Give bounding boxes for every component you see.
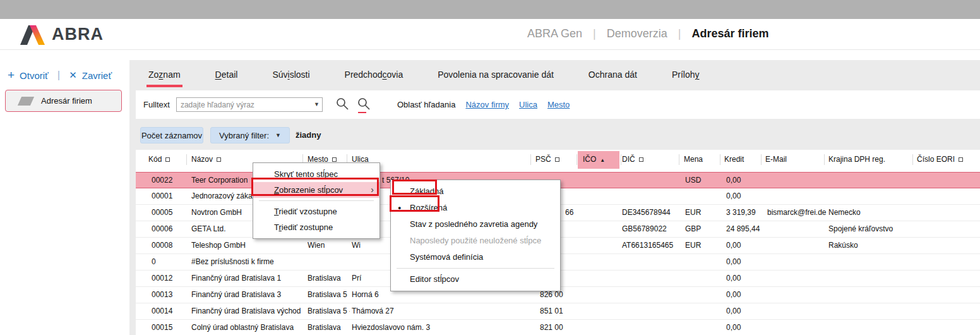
column-header-kod[interactable]: Kód xyxy=(148,150,170,169)
tab-suvislosti[interactable]: Súvislosti xyxy=(270,66,311,87)
cell-nazov: Finančný úrad Bratislava východ xyxy=(191,303,301,319)
cell-ulica: Wi xyxy=(352,238,361,253)
column-checkbox-icon[interactable] xyxy=(165,157,170,162)
tab-bar: ZoznamDetailSúvislostiPredchodcoviaPovol… xyxy=(146,66,702,87)
search-link-ulica[interactable]: Ulica xyxy=(519,100,537,109)
column-divider xyxy=(621,154,621,165)
cell-kredit: 0,00 xyxy=(726,188,741,204)
tab-zoznam[interactable]: Zoznam xyxy=(146,66,182,87)
column-checkbox-icon[interactable] xyxy=(639,157,643,162)
cell-mena: EUR xyxy=(685,205,701,221)
search-area-links: Názov firmyUlicaMesto xyxy=(455,100,570,109)
column-header-krajina-dph-reg[interactable]: Krajina DPH reg. xyxy=(828,150,885,169)
column-header-e-mail[interactable]: E-Mail xyxy=(765,150,787,169)
column-header-mena[interactable]: Mena xyxy=(684,150,703,169)
cell-kod: 00006 xyxy=(152,221,172,237)
agenda-sidebar: + Otvoriť | ✕ Zavrieť Adresár firiem xyxy=(0,51,129,335)
fulltext-band: Fulltext ▼ Oblasť hľadania Názov firmyUl xyxy=(136,90,980,119)
cell-dic: AT6613165465 xyxy=(622,238,673,253)
column-checkbox-icon[interactable] xyxy=(959,157,963,162)
cell-nazov: GETA Ltd. xyxy=(191,221,225,237)
column-divider xyxy=(761,154,762,165)
sort-ascending-icon: ▲ xyxy=(600,157,605,163)
record-count-label: Počet záznamov xyxy=(141,131,202,140)
column-header-psc[interactable]: PSČ xyxy=(535,150,559,169)
menu-separator xyxy=(259,200,374,201)
search-underline-icon xyxy=(357,97,371,111)
cell-kredit: 3 319,39 xyxy=(726,205,756,221)
fulltext-input[interactable] xyxy=(176,97,323,112)
cell-nazov: Novtron GmbH xyxy=(191,205,242,221)
menu-item-editor-stlpcov[interactable]: Editor stĺpcov xyxy=(391,271,560,288)
column-header-kredit[interactable]: Kredit xyxy=(724,150,744,169)
tab-ochrana-dat[interactable]: Ochrana dát xyxy=(587,66,639,87)
search-link-mesto[interactable]: Mesto xyxy=(547,100,570,109)
cell-kod: 0 xyxy=(152,254,156,270)
cell-kredit: 0,00 xyxy=(726,173,741,188)
table-row[interactable]: 00014Finančný úrad Bratislava východBrat… xyxy=(136,303,980,320)
column-header-label: E-Mail xyxy=(765,155,787,164)
fulltext-search-button[interactable] xyxy=(357,97,371,113)
cell-krajina: Nemecko xyxy=(828,205,861,221)
cell-dic: GB56789022 xyxy=(622,221,667,237)
column-header-nazov[interactable]: Názov xyxy=(191,150,221,169)
annotation-box-rozsirena xyxy=(390,195,439,212)
column-checkbox-icon[interactable] xyxy=(217,157,221,162)
abra-logo-icon xyxy=(19,23,48,45)
cell-kod: 00014 xyxy=(152,303,172,319)
sidebar-item-adresar-firiem[interactable]: Adresár firiem xyxy=(5,90,122,112)
menu-item-triedit-vzostupne[interactable]: Triediť vzostupne xyxy=(253,204,379,219)
tab-povolenia-na-spracovanie-dat[interactable]: Povolenia na spracovanie dát xyxy=(436,66,556,87)
cell-nazov: Teer Corporation xyxy=(191,173,248,188)
menu-item-systemova-definicia[interactable]: Systémová definícia xyxy=(391,249,560,265)
plus-icon: + xyxy=(8,68,15,82)
column-divider xyxy=(186,154,187,165)
table-row[interactable]: 00015Colný úrad oblastný BratislavaBrati… xyxy=(136,320,980,335)
title-separator: | xyxy=(678,27,681,40)
menu-item-stav-z-posledneho-zavretia-agendy[interactable]: Stav z posledného zavretia agendy xyxy=(391,216,560,233)
open-agenda-button[interactable]: + Otvoriť xyxy=(8,68,49,82)
selected-filter-dropdown[interactable]: Vybraný filter: ▼ xyxy=(210,127,290,143)
abra-gen-window: ABRA ABRA Gen | Demoverzia | Adresár fir… xyxy=(0,0,980,335)
cell-kredit: 0,00 xyxy=(726,271,741,286)
column-header-dic[interactable]: DIČ xyxy=(622,150,643,169)
cell-kod: 00013 xyxy=(152,287,172,303)
column-header-label: Mena xyxy=(684,155,703,164)
cell-email: bismarck@frei.de xyxy=(767,205,827,221)
fulltext-label: Fulltext xyxy=(143,100,170,109)
cell-ulica: Prí xyxy=(352,271,361,286)
abra-logo: ABRA xyxy=(19,23,104,45)
close-agenda-button[interactable]: ✕ Zavrieť xyxy=(69,70,112,81)
window-title: ABRA Gen | Demoverzia | Adresár firiem xyxy=(527,27,769,40)
tab-prilohy[interactable]: Prílohy xyxy=(670,66,702,87)
column-header-cislo-eori[interactable]: Číslo EORI xyxy=(917,150,963,169)
column-checkbox-icon[interactable] xyxy=(555,157,559,162)
tab-predchodcovia[interactable]: Predchodcovia xyxy=(343,66,405,87)
cell-mesto: Wien xyxy=(308,238,350,253)
record-count-button[interactable]: Počet záznamov xyxy=(140,127,203,143)
app-name: ABRA Gen xyxy=(527,27,582,40)
column-header-label: Číslo EORI xyxy=(917,155,955,164)
close-agenda-label: Zavrieť xyxy=(82,70,112,81)
menu-separator xyxy=(397,268,554,269)
column-checkbox-icon[interactable] xyxy=(332,157,337,162)
search-icon xyxy=(335,97,349,111)
column-header-label: Názov xyxy=(191,155,213,164)
search-link-nazov-firmy[interactable]: Názov firmy xyxy=(465,100,509,109)
selected-filter-label: Vybraný filter: xyxy=(219,131,269,140)
cell-kredit: 0,00 xyxy=(726,254,741,270)
column-divider xyxy=(912,154,913,165)
search-button[interactable] xyxy=(335,97,349,113)
cell-mesto: Bratislava xyxy=(308,320,350,335)
cell-kredit: 24 895,44 xyxy=(726,221,760,237)
red-underline-mark xyxy=(358,112,366,113)
column-header-ico[interactable]: IČO▲ xyxy=(583,150,605,170)
tab-detail[interactable]: Detail xyxy=(213,66,240,87)
cell-mesto: Bratislava 5 - Petr xyxy=(308,303,350,319)
cell-krajina: Spojené kráľovstvo xyxy=(828,221,893,237)
cell-dic: DE345678944 xyxy=(622,205,671,221)
cell-ulica: Thámová 27 xyxy=(352,303,394,319)
cell-psc: 66 xyxy=(565,205,573,221)
menu-item-triedit-zostupne[interactable]: Triediť zostupne xyxy=(253,219,379,235)
chevron-down-icon: ▼ xyxy=(275,132,281,138)
